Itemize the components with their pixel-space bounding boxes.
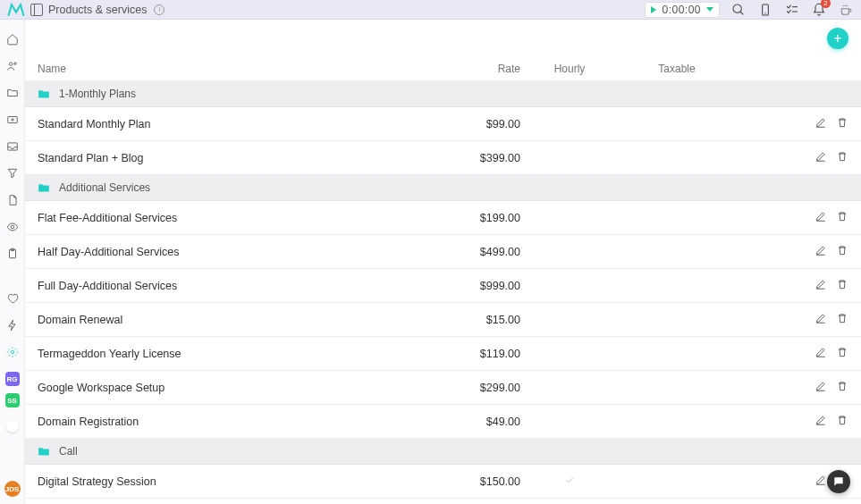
table-header: Name Rate Hourly Taxable <box>25 57 861 81</box>
contacts-icon[interactable] <box>5 59 20 73</box>
svg-point-14 <box>11 350 14 354</box>
folder-icon <box>38 88 50 99</box>
table-row[interactable]: Google Workspace Setup$299.00 <box>25 371 861 405</box>
edit-icon[interactable] <box>815 244 827 259</box>
item-name: Flat Fee-Additional Services <box>38 212 431 224</box>
edit-icon[interactable] <box>815 150 827 165</box>
item-name: Domain Registration <box>38 416 431 428</box>
clipboard-icon[interactable] <box>5 247 20 261</box>
chevron-down-icon <box>706 7 713 12</box>
folder-icon <box>38 446 50 457</box>
gear-icon[interactable] <box>5 345 20 359</box>
app-logo[interactable] <box>7 2 25 18</box>
group-row[interactable]: Call <box>25 439 861 465</box>
search-icon[interactable] <box>730 2 747 18</box>
table-row[interactable]: Domain Renewal$15.00 <box>25 303 861 337</box>
table-row[interactable]: Half Day-Additional Services$499.00 <box>25 235 861 269</box>
tasks-icon[interactable] <box>784 2 800 18</box>
edit-icon[interactable] <box>815 278 827 293</box>
delete-icon[interactable] <box>836 346 848 361</box>
svg-rect-10 <box>7 143 17 150</box>
col-taxable-header: Taxable <box>619 63 735 75</box>
col-name-header: Name <box>38 63 431 75</box>
timer-widget[interactable]: 0:00:00 <box>645 2 720 18</box>
delete-icon[interactable] <box>836 244 848 259</box>
inbox-icon[interactable] <box>5 139 20 154</box>
notification-badge: 2 <box>821 0 831 8</box>
edit-icon[interactable] <box>815 312 827 327</box>
group-label: Call <box>59 445 78 458</box>
item-name: Half Day-Additional Services <box>38 246 431 258</box>
item-rate: $99.00 <box>431 118 520 130</box>
svg-point-7 <box>13 63 15 64</box>
svg-line-1 <box>740 12 743 14</box>
table-row[interactable]: Full Day-Additional Services$999.00 <box>25 269 861 303</box>
workspace-badge[interactable]: RG <box>5 372 20 386</box>
coffee-icon[interactable] <box>838 2 854 18</box>
module-icon <box>30 4 43 16</box>
folder-icon[interactable] <box>5 86 20 100</box>
play-icon <box>651 6 656 13</box>
home-icon[interactable] <box>5 32 20 46</box>
delete-icon[interactable] <box>836 150 848 165</box>
visibility-icon[interactable] <box>5 220 20 234</box>
svg-rect-8 <box>7 117 17 123</box>
table-body: 1-Monthly PlansStandard Monthly Plan$99.… <box>25 81 861 504</box>
delete-icon[interactable] <box>836 278 848 293</box>
item-name: Google Workspace Setup <box>38 382 431 394</box>
bolt-icon[interactable] <box>5 318 20 332</box>
table-row[interactable]: Flat Fee-Additional Services$199.00 <box>25 201 861 235</box>
document-icon[interactable] <box>5 193 20 207</box>
folder-icon <box>38 182 50 193</box>
group-label: Additional Services <box>59 181 150 194</box>
svg-point-11 <box>11 225 14 229</box>
user-avatar[interactable]: JDS <box>4 481 21 497</box>
sidebar-more-bubble[interactable] <box>6 420 19 433</box>
page-title: Products & services <box>48 4 147 16</box>
add-button[interactable]: + <box>827 28 848 49</box>
delete-icon[interactable] <box>836 210 848 225</box>
item-name: Termageddon Yearly License <box>38 348 431 360</box>
edit-icon[interactable] <box>815 380 827 395</box>
delete-icon[interactable] <box>836 380 848 395</box>
topbar: Products & services i 0:00:00 2 <box>0 0 861 20</box>
delete-icon[interactable] <box>836 312 848 327</box>
table-row[interactable]: Standard Monthly Plan$99.00 <box>25 107 861 141</box>
item-name: Full Day-Additional Services <box>38 280 431 292</box>
col-rate-header: Rate <box>431 63 520 75</box>
edit-icon[interactable] <box>815 116 827 131</box>
filter-icon[interactable] <box>5 166 20 181</box>
item-rate: $999.00 <box>431 280 520 292</box>
group-row[interactable]: 1-Monthly Plans <box>25 81 861 107</box>
chat-fab[interactable] <box>827 470 850 493</box>
group-label: 1-Monthly Plans <box>59 88 136 100</box>
item-rate: $399.00 <box>431 152 520 164</box>
item-rate: $119.00 <box>431 348 520 360</box>
workspace-badge[interactable]: SS <box>5 393 20 407</box>
table-row[interactable]: Termageddon Yearly License$119.00 <box>25 337 861 371</box>
item-name: Digital Strategy Session <box>38 475 431 488</box>
timer-readout: 0:00:00 <box>662 4 701 16</box>
notifications-icon[interactable]: 2 <box>811 2 827 18</box>
edit-icon[interactable] <box>815 346 827 361</box>
item-rate: $299.00 <box>431 382 520 394</box>
edit-icon[interactable] <box>815 414 827 429</box>
table-row[interactable]: Standard Plan + Blog$399.00 <box>25 141 861 175</box>
edit-icon[interactable] <box>815 210 827 225</box>
group-row[interactable]: Additional Services <box>25 175 861 201</box>
delete-icon[interactable] <box>836 414 848 429</box>
table-row[interactable]: Digital Strategy Session$150.00 <box>25 465 861 499</box>
item-name: Standard Monthly Plan <box>38 118 431 130</box>
table-row[interactable]: Domain Registration$49.00 <box>25 405 861 439</box>
mobile-icon[interactable] <box>757 2 773 18</box>
heart-icon[interactable] <box>5 291 20 306</box>
info-icon[interactable]: i <box>154 4 165 15</box>
item-name: Domain Renewal <box>38 314 431 326</box>
edit-icon[interactable] <box>815 474 827 489</box>
svg-point-9 <box>11 119 13 121</box>
item-hourly <box>520 475 619 488</box>
billing-icon[interactable] <box>5 113 20 127</box>
delete-icon[interactable] <box>836 116 848 131</box>
sidebar: RG SS JDS <box>0 20 25 504</box>
item-rate: $15.00 <box>431 314 520 326</box>
